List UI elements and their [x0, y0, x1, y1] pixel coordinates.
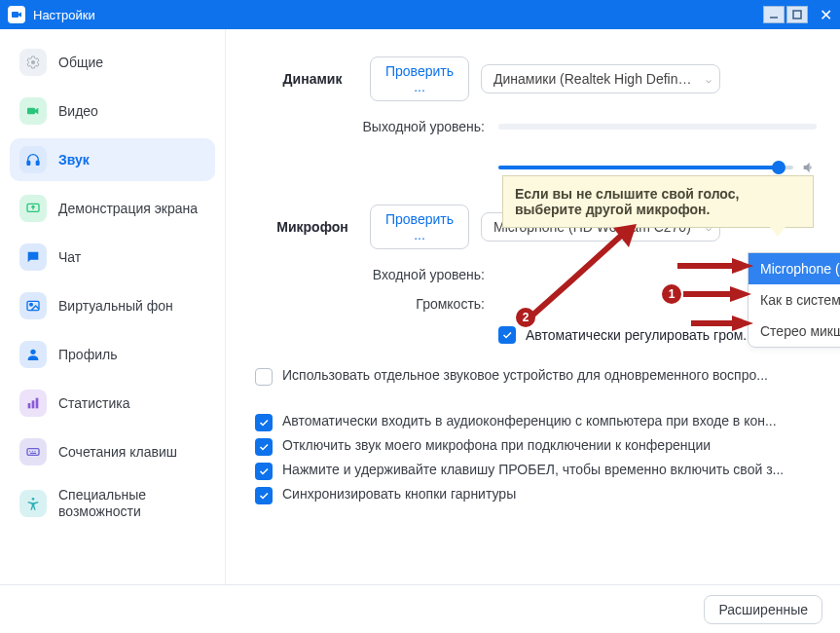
video-icon — [19, 97, 47, 125]
speaker-row: Динамик Проверить ... Динамики (Realtek … — [255, 56, 817, 101]
svg-rect-4 — [27, 108, 35, 115]
push-to-talk-checkbox[interactable] — [255, 463, 273, 480]
sidebar-item-vbg[interactable]: Виртуальный фон — [10, 284, 215, 327]
gear-icon — [19, 49, 47, 76]
speaker-device-value: Динамики (Realtek High Definitio... — [493, 71, 692, 87]
auto-join-audio-checkbox[interactable] — [255, 414, 273, 431]
sidebar-label: Специальные возможности — [58, 487, 205, 520]
svg-rect-13 — [36, 398, 39, 409]
output-level-meter — [498, 124, 817, 130]
speaker-label: Динамик — [255, 71, 370, 87]
separate-device-label: Использовать отдельное звуковое устройст… — [282, 367, 817, 383]
accessibility-icon — [19, 490, 47, 517]
svg-marker-22 — [732, 316, 753, 331]
annotation-arrow-1c — [691, 314, 753, 336]
sidebar-label: Профиль — [58, 347, 117, 362]
mic-hint-tooltip: Если вы не слышите свой голос, выберите … — [502, 175, 814, 228]
svg-rect-12 — [32, 400, 35, 408]
sidebar: Общие Видео Звук Демонстрация экрана Чат… — [0, 29, 226, 604]
annotation-arrow-1a — [677, 256, 755, 279]
speaker-device-select[interactable]: Динамики (Realtek High Definitio... ⌵ — [481, 64, 720, 93]
sidebar-label: Статистика — [58, 395, 130, 411]
svg-point-10 — [30, 350, 35, 354]
maximize-button[interactable] — [786, 6, 808, 23]
sidebar-item-video[interactable]: Видео — [10, 90, 215, 132]
user-icon — [19, 341, 47, 368]
separate-device-checkbox[interactable] — [255, 368, 273, 386]
mic-label: Микрофон — [255, 219, 370, 235]
mic-option-0[interactable]: Microphone (HD Webcam C270) — [749, 253, 840, 284]
window-buttons — [763, 6, 808, 23]
push-to-talk-label: Нажмите и удерживайте клавишу ПРОБЕЛ, чт… — [282, 462, 817, 477]
volume-icon — [801, 160, 817, 175]
sidebar-label: Звук — [58, 152, 90, 168]
annotation-arrow-1b — [683, 284, 751, 307]
sync-headset-label: Синхронизировать кнопки гарнитуры — [282, 486, 817, 502]
svg-rect-6 — [36, 161, 39, 165]
svg-rect-11 — [28, 403, 31, 408]
sidebar-label: Видео — [58, 103, 98, 119]
sidebar-item-profile[interactable]: Профиль — [10, 333, 215, 376]
mic-option-2[interactable]: Стерео микшер (Realtek High Definiti... — [749, 316, 840, 347]
annotation-marker-1: 1 — [662, 284, 681, 304]
svg-marker-20 — [730, 286, 751, 302]
annotation-arrow-2 — [520, 224, 646, 334]
share-screen-icon — [19, 195, 47, 222]
annotation-marker-2: 2 — [516, 308, 535, 327]
chat-icon — [19, 243, 47, 271]
sidebar-item-stats[interactable]: Статистика — [10, 382, 215, 425]
app-icon — [8, 6, 25, 23]
chevron-down-icon: ⌵ — [706, 74, 712, 85]
stats-icon — [19, 390, 47, 417]
sidebar-item-accessibility[interactable]: Специальные возможности — [10, 479, 215, 528]
mute-on-join-checkbox[interactable] — [255, 438, 273, 456]
sidebar-item-chat[interactable]: Чат — [10, 236, 215, 279]
headphones-icon — [19, 146, 47, 173]
input-level-label: Входной уровень: — [255, 267, 485, 282]
svg-point-9 — [30, 303, 33, 306]
sidebar-item-audio[interactable]: Звук — [10, 138, 215, 181]
mic-dropdown-panel: Microphone (HD Webcam C270) Как в систем… — [748, 252, 840, 348]
close-button[interactable]: ✕ — [820, 6, 832, 24]
auto-join-audio-label: Автоматически входить в аудиоконференцию… — [282, 413, 817, 428]
mute-on-join-label: Отключить звук моего микрофона при подкл… — [282, 437, 817, 453]
auto-gain-checkbox[interactable] — [498, 326, 516, 344]
output-level-label: Выходной уровень: — [255, 119, 485, 134]
sidebar-label: Виртуальный фон — [58, 298, 173, 314]
svg-rect-14 — [27, 449, 39, 456]
advanced-button[interactable]: Расширенные — [704, 595, 822, 624]
footer: Расширенные — [0, 584, 840, 633]
svg-rect-0 — [12, 12, 18, 18]
sidebar-label: Общие — [58, 55, 103, 70]
svg-point-15 — [32, 498, 35, 501]
svg-marker-18 — [732, 258, 753, 274]
titlebar: Настройки ✕ — [0, 0, 840, 29]
speaker-volume-slider[interactable] — [498, 166, 793, 169]
mic-volume-label: Громкость: — [255, 296, 485, 312]
image-icon — [19, 292, 47, 319]
sidebar-item-shortcuts[interactable]: Сочетания клавиш — [10, 430, 215, 473]
mic-option-1[interactable]: Как в системе — [749, 284, 840, 316]
sidebar-label: Чат — [58, 249, 81, 265]
sidebar-item-general[interactable]: Общие — [10, 41, 215, 84]
svg-point-3 — [31, 60, 35, 64]
test-mic-button[interactable]: Проверить ... — [370, 205, 469, 249]
svg-rect-2 — [793, 11, 801, 19]
sidebar-label: Демонстрация экрана — [58, 201, 198, 216]
content-area: Динамик Проверить ... Динамики (Realtek … — [226, 29, 840, 604]
minimize-button[interactable] — [763, 6, 785, 23]
sync-headset-checkbox[interactable] — [255, 487, 273, 504]
sidebar-label: Сочетания клавиш — [58, 444, 177, 460]
svg-rect-5 — [27, 161, 30, 165]
sidebar-item-share[interactable]: Демонстрация экрана — [10, 187, 215, 230]
tooltip-text: Если вы не слышите свой голос, выберите … — [515, 186, 739, 217]
keyboard-icon — [19, 438, 47, 465]
window-title: Настройки — [33, 8, 763, 22]
test-speaker-button[interactable]: Проверить ... — [370, 56, 469, 101]
